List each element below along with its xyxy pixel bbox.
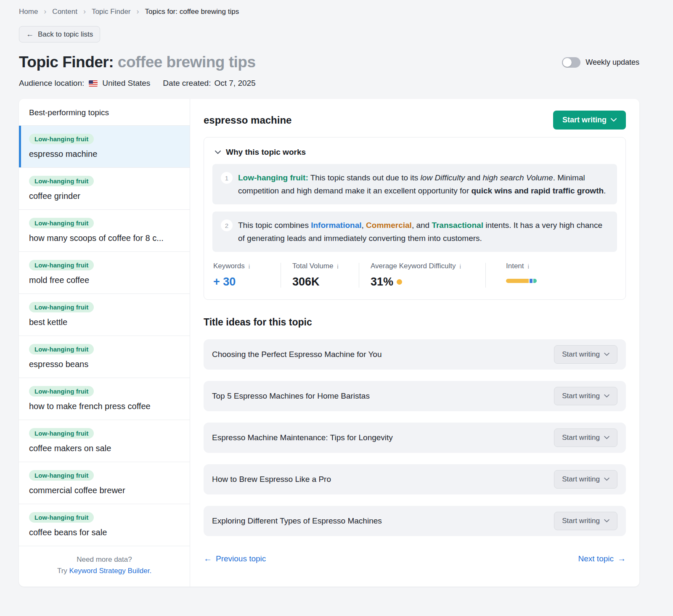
title-idea-text: Exploring Different Types of Espresso Ma… [212,516,382,526]
arrow-right-icon: → [617,554,626,563]
us-flag-icon [89,80,98,87]
start-writing-label: Start writing [562,350,600,359]
topic-label: espresso beans [29,360,180,369]
informational-intent-label: Informational [311,221,361,230]
topic-finder-card: Best-performing topics Low-hanging fruit… [19,99,639,587]
topic-label: best kettle [29,317,180,327]
why-topic-works-header[interactable]: Why this topic works [212,148,617,157]
title-idea-row-2: Top 5 Espresso Machines for Home Barista… [204,381,626,411]
low-hanging-fruit-badge: Low-hanging fruit [29,134,94,144]
total-volume-metric: Total Volumei 306K [281,262,359,288]
total-volume-label: Total Volume [292,262,333,270]
info-icon[interactable]: i [528,263,529,270]
sidebar-item-espresso-machine[interactable]: Low-hanging fruit espresso machine [19,126,190,168]
page-title-query: coffee brewing tips [118,53,256,71]
topic-label: how to make french press coffee [29,402,180,411]
intent-distribution-bar [506,279,537,283]
sidebar-item-espresso-beans[interactable]: Low-hanging fruit espresso beans [19,336,190,378]
weekly-updates-control: Weekly updates [562,57,639,68]
title-idea-text: How to Brew Espresso Like a Pro [212,475,331,484]
topic-label: how many scoops of coffee for 8 c... [29,233,180,243]
keyword-strategy-builder-link[interactable]: Keyword Strategy Builder. [69,567,152,575]
keywords-label: Keywords [213,262,245,270]
keywords-metric: Keywordsi + 30 [213,262,281,288]
info-icon[interactable]: i [337,263,338,270]
title-idea-row-5: Exploring Different Types of Espresso Ma… [204,506,626,536]
toggle-knob [563,58,572,67]
chevron-down-icon [604,478,609,481]
title-idea-row-3: Espresso Machine Maintenance: Tips for L… [204,423,626,453]
title-idea-row-1: Choosing the Perfect Espresso Machine fo… [204,339,626,370]
breadcrumb-topic-finder[interactable]: Topic Finder [92,8,131,16]
topic-label: coffee grinder [29,191,180,201]
low-hanging-fruit-badge: Low-hanging fruit [29,218,94,228]
sidebar-item-coffee-beans-for-sale[interactable]: Low-hanging fruit coffee beans for sale [19,504,190,546]
reason-fragment: high search Volume [482,173,553,182]
start-writing-button[interactable]: Start writing [553,111,626,130]
page-title-prefix: Topic Finder: [19,53,114,71]
topic-detail-panel: espresso machine Start writing Why this … [190,99,639,587]
transactional-intent-label: Transactional [432,221,483,230]
reason-number: 1 [221,172,233,184]
sidebar-item-how-many-scoops[interactable]: Low-hanging fruit how many scoops of cof… [19,210,190,252]
low-hanging-fruit-badge: Low-hanging fruit [29,344,94,354]
best-performing-topics-sidebar: Best-performing topics Low-hanging fruit… [19,99,190,587]
intent-transactional-segment [533,279,537,283]
intent-informational-segment [530,279,533,283]
intent-commercial-segment [506,279,529,283]
topic-label: mold free coffee [29,275,180,285]
reason-fragment: , [362,221,366,230]
info-icon[interactable]: i [460,263,461,270]
topic-label: coffee beans for sale [29,528,180,537]
sidebar-item-french-press[interactable]: Low-hanging fruit how to make french pre… [19,378,190,420]
reason-fragment: and [465,173,482,182]
start-writing-label: Start writing [562,475,600,484]
low-hanging-fruit-badge: Low-hanging fruit [29,470,94,481]
breadcrumb-content[interactable]: Content [52,8,77,16]
chevron-down-icon [604,394,609,398]
breadcrumb-separator-icon: › [83,8,86,15]
try-text: Try [57,567,69,575]
page-title: Topic Finder: coffee brewing tips [19,53,256,71]
commercial-intent-label: Commercial [366,221,412,230]
weekly-updates-toggle[interactable] [562,57,580,68]
date-created-label: Date created: [163,79,211,88]
low-hanging-fruit-badge: Low-hanging fruit [29,512,94,523]
previous-topic-link[interactable]: ←Previous topic [204,554,266,563]
why-topic-works-card: Why this topic works 1 Low-hanging fruit… [204,137,626,300]
start-writing-idea-button[interactable]: Start writing [554,387,617,405]
start-writing-idea-button[interactable]: Start writing [554,512,617,530]
sidebar-item-mold-free-coffee[interactable]: Low-hanging fruit mold free coffee [19,252,190,294]
reason-text: Low-hanging fruit: This topic stands out… [238,171,609,197]
title-idea-text: Choosing the Perfect Espresso Machine fo… [212,350,382,359]
breadcrumb-separator-icon: › [44,8,46,15]
breadcrumb-current: Topics for: coffee brewing tips [145,8,239,16]
back-button-label: Back to topic lists [38,30,93,39]
topic-pager: ←Previous topic Next topic→ [204,554,626,563]
date-created-value: Oct 7, 2025 [214,79,255,88]
sidebar-item-coffee-grinder[interactable]: Low-hanging fruit coffee grinder [19,168,190,210]
intent-metric: Intenti [486,262,537,288]
sidebar-item-best-kettle[interactable]: Low-hanging fruit best kettle [19,294,190,336]
back-to-topic-lists-button[interactable]: ← Back to topic lists [19,26,100,42]
info-icon[interactable]: i [249,263,250,270]
keyword-difficulty-label: Average Keyword Difficulty [371,262,456,270]
start-writing-idea-button[interactable]: Start writing [554,470,617,489]
low-hanging-fruit-badge: Low-hanging fruit [29,386,94,397]
title-ideas-heading: Title ideas for this topic [204,317,626,328]
title-idea-text: Espresso Machine Maintenance: Tips for L… [212,433,393,442]
chevron-down-icon [604,353,609,356]
sidebar-item-commercial-coffee-brewer[interactable]: Low-hanging fruit commercial coffee brew… [19,462,190,504]
arrow-left-icon: ← [204,554,212,563]
topic-finder-page: Home › Content › Topic Finder › Topics f… [19,0,639,587]
chevron-down-icon [611,118,617,122]
meta-row: Audience location: United States Date cr… [19,79,639,88]
breadcrumb-home[interactable]: Home [19,8,38,16]
intent-label: Intent [506,262,524,270]
start-writing-idea-button[interactable]: Start writing [554,345,617,364]
sidebar-item-coffee-makers-on-sale[interactable]: Low-hanging fruit coffee makers on sale [19,420,190,462]
keyword-difficulty-value: 31% [371,275,393,288]
start-writing-idea-button[interactable]: Start writing [554,428,617,447]
next-topic-link[interactable]: Next topic→ [578,554,626,563]
collapse-chevron-icon[interactable] [215,151,221,154]
